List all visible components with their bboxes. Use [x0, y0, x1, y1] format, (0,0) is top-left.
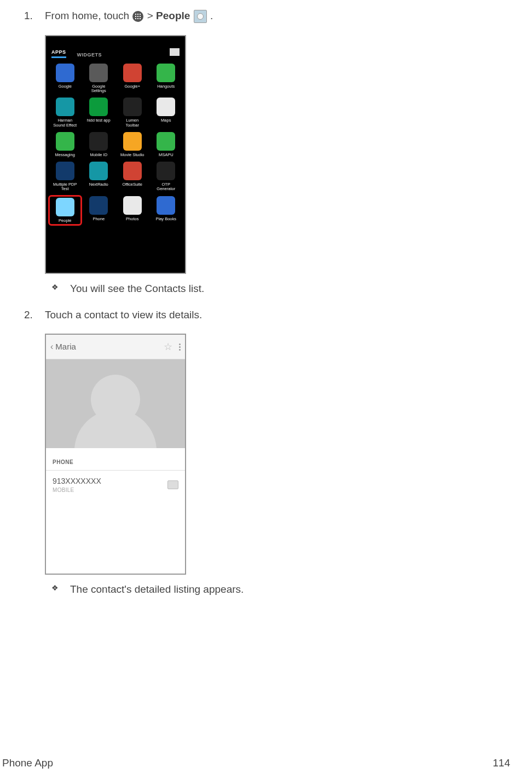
step2-sub-text: The contact's detailed listing appears.: [70, 583, 244, 595]
step1-text-before: From home, touch: [45, 10, 132, 21]
app-msapu[interactable]: MSAPU: [151, 132, 182, 157]
back-icon[interactable]: ‹: [50, 341, 53, 353]
step2-text: Touch a contact to view its details.: [45, 309, 202, 320]
app-photos[interactable]: Photos: [117, 196, 148, 225]
app-hidd-test-app[interactable]: hidd test app: [83, 98, 115, 128]
phone-section-label: PHONE: [46, 448, 185, 470]
app-icon: [157, 196, 175, 215]
footer-page-number: 114: [493, 756, 510, 770]
contact-name: Maria: [55, 341, 164, 352]
app-label: Play Books: [155, 217, 176, 221]
app-icon: [89, 132, 108, 151]
drawer-tabs: APPS WIDGETS: [46, 46, 185, 58]
app-label: Movie Studio: [120, 153, 144, 157]
step-2: 2. Touch a contact to view its details. …: [22, 308, 510, 597]
app-label: OfficeSuite: [122, 182, 142, 187]
app-icon: [89, 162, 108, 180]
footer-title: Phone App: [2, 756, 53, 770]
app-icon: [123, 132, 142, 151]
document-page: 1. From home, touch > People . APPS WIDG…: [0, 0, 532, 779]
step2-sub-item: ❖ The contact's detailed listing appears…: [51, 582, 510, 597]
app-icon: [123, 196, 142, 215]
steps-list: 1. From home, touch > People . APPS WIDG…: [22, 9, 510, 597]
contact-header: ‹ Maria ☆: [46, 335, 185, 359]
app-label: OTP Generator: [157, 182, 175, 192]
screenshot-contact-detail: ‹ Maria ☆ PHONE 913XXXXXXX MOBILE: [45, 334, 186, 575]
app-label: Hangouts: [157, 84, 175, 89]
step1-after: .: [210, 10, 213, 21]
step-number: 2.: [24, 308, 33, 322]
app-label: NextRadio: [89, 182, 108, 187]
diamond-bullet-icon: ❖: [51, 583, 59, 593]
step-number: 1.: [24, 9, 33, 23]
app-label: hidd test app: [87, 118, 111, 123]
screenshot-app-drawer: APPS WIDGETS GoogleGoogle SettingsGoogle…: [45, 35, 186, 274]
app-google[interactable]: Google: [49, 64, 81, 94]
app-icon: [56, 132, 74, 151]
app-label: Mobile ID: [90, 153, 107, 157]
app-play-books[interactable]: Play Books: [151, 196, 182, 225]
phone-number: 913XXXXXXX: [53, 476, 167, 486]
app-icon: [157, 162, 175, 180]
app-label: Phone: [92, 217, 105, 221]
tab-widgets[interactable]: WIDGETS: [77, 51, 102, 58]
app-icon: [56, 162, 74, 180]
app-otp-generator[interactable]: OTP Generator: [151, 162, 182, 192]
app-nextradio[interactable]: NextRadio: [83, 162, 115, 192]
app-icon: [157, 64, 175, 82]
app-icon: [123, 162, 142, 180]
step1-sub-list: ❖ You will see the Contacts list.: [51, 282, 510, 296]
app-label: Harman Sound Effect: [53, 118, 77, 128]
app-icon: [123, 64, 142, 82]
app-multiple-pdp-test[interactable]: Multiple PDP Test: [49, 162, 81, 192]
people-app-icon: [194, 10, 207, 23]
app-label: People: [59, 219, 71, 223]
phone-row[interactable]: 913XXXXXXX MOBILE: [46, 471, 185, 499]
app-phone[interactable]: Phone: [83, 196, 115, 225]
app-icon: [157, 98, 175, 116]
app-harman-sound-effect[interactable]: Harman Sound Effect: [49, 98, 81, 128]
step1-sub-text: You will see the Contacts list.: [70, 283, 204, 294]
app-icon: [157, 132, 175, 151]
app-messaging[interactable]: Messaging: [49, 132, 81, 157]
app-hangouts[interactable]: Hangouts: [151, 64, 182, 94]
app-icon: [89, 98, 108, 116]
app-grid: GoogleGoogle SettingsGoogle+HangoutsHarm…: [46, 58, 185, 228]
page-footer: Phone App 114: [2, 756, 510, 770]
app-officesuite[interactable]: OfficeSuite: [117, 162, 148, 192]
app-label: Google Settings: [91, 84, 106, 94]
app-people[interactable]: People: [48, 195, 82, 226]
step1-sub-item: ❖ You will see the Contacts list.: [51, 282, 510, 296]
app-label: MSAPU: [159, 153, 174, 157]
play-store-icon[interactable]: [170, 48, 180, 56]
app-icon: [89, 196, 108, 215]
tab-apps[interactable]: APPS: [51, 49, 66, 58]
apps-drawer-icon: [132, 11, 143, 22]
favorite-star-icon[interactable]: ☆: [164, 340, 172, 353]
app-icon: [56, 198, 74, 216]
app-label: Google: [59, 84, 72, 89]
app-movie-studio[interactable]: Movie Studio: [117, 132, 148, 157]
app-google-[interactable]: Google+: [117, 64, 148, 94]
app-icon: [56, 98, 74, 116]
app-maps[interactable]: Maps: [151, 98, 182, 128]
app-label: Multiple PDP Test: [53, 182, 77, 192]
app-label: Maps: [161, 118, 171, 123]
step1-mid: >: [147, 10, 156, 21]
diamond-bullet-icon: ❖: [51, 282, 59, 293]
app-label: Lumen Toolbar: [125, 118, 139, 128]
step2-sub-list: ❖ The contact's detailed listing appears…: [51, 582, 510, 597]
app-label: Photos: [126, 217, 138, 221]
app-label: Google+: [124, 84, 140, 89]
app-icon: [123, 98, 142, 116]
app-google-settings[interactable]: Google Settings: [83, 64, 115, 94]
app-mobile-id[interactable]: Mobile ID: [83, 132, 115, 157]
app-icon: [56, 64, 74, 82]
contact-photo-placeholder: [46, 359, 185, 448]
app-lumen-toolbar[interactable]: Lumen Toolbar: [117, 98, 148, 128]
message-icon[interactable]: [167, 480, 178, 489]
app-label: Messaging: [55, 153, 75, 157]
step-1: 1. From home, touch > People . APPS WIDG…: [22, 9, 510, 296]
app-icon: [89, 64, 108, 82]
overflow-menu-icon[interactable]: [179, 343, 181, 351]
